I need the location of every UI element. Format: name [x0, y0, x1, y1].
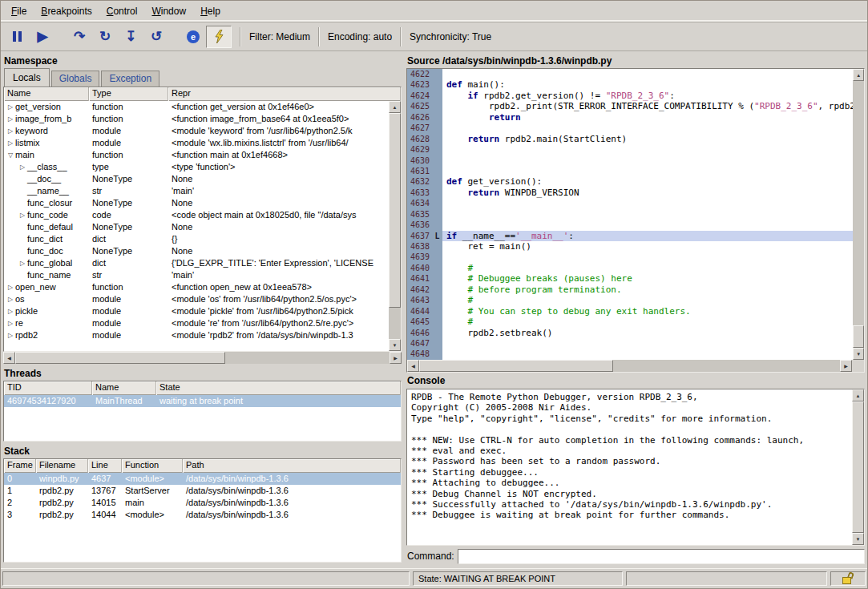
- line-number: 4634: [407, 198, 432, 208]
- namespace-row[interactable]: ▷listmixmodule<module 'wx.lib.mixins.lis…: [4, 137, 389, 149]
- expand-icon[interactable]: ▷: [6, 101, 15, 113]
- expand-icon[interactable]: ▷: [6, 293, 15, 305]
- step-over-button[interactable]: ↻: [92, 26, 118, 48]
- scrollbar-thumb[interactable]: [852, 401, 864, 533]
- scroll-down-button[interactable]: ▼: [853, 348, 864, 360]
- scroll-right-button[interactable]: ▶: [390, 352, 402, 364]
- synchronicity-button[interactable]: [206, 26, 232, 48]
- scrollbar-track[interactable]: [853, 81, 864, 348]
- column-header-name[interactable]: Name: [4, 87, 89, 101]
- namespace-row[interactable]: __doc__NoneTypeNone: [4, 173, 389, 185]
- column-header-function[interactable]: Function: [122, 459, 183, 473]
- scroll-left-button[interactable]: ◀: [3, 352, 15, 364]
- source-view[interactable]: 46224623def main():4624 if rpdb2.get_ver…: [406, 68, 865, 373]
- column-header-line[interactable]: Line: [88, 459, 122, 473]
- menu-control[interactable]: Control: [99, 1, 145, 22]
- namespace-horizontal-scrollbar[interactable]: ◀ ▶: [3, 352, 402, 364]
- namespace-row[interactable]: ▷keywordmodule<module 'keyword' from '/u…: [4, 125, 389, 137]
- namespace-row[interactable]: func_closurNoneTypeNone: [4, 197, 389, 209]
- expand-icon[interactable]: ▷: [18, 209, 27, 221]
- variable-repr: <type 'function'>: [168, 161, 389, 173]
- namespace-row[interactable]: ▷picklemodule<module 'pickle' from '/usr…: [4, 305, 389, 317]
- expand-icon[interactable]: ▷: [6, 305, 15, 317]
- break-button[interactable]: [4, 26, 30, 48]
- column-header-path[interactable]: Path: [183, 459, 401, 473]
- stack-row[interactable]: 2rpdb2.py14015main/data/sys/bin/winpdb-1…: [4, 497, 401, 509]
- scrollbar-track[interactable]: [852, 401, 864, 533]
- tab-exception[interactable]: Exception: [101, 71, 159, 87]
- stack-row[interactable]: 3rpdb2.py14044<module>/data/sys/bin/winp…: [4, 509, 401, 521]
- scroll-up-button[interactable]: ▲: [852, 389, 864, 401]
- column-header-tid[interactable]: TID: [4, 381, 92, 395]
- expand-icon[interactable]: ▷: [6, 281, 15, 293]
- tab-locals[interactable]: Locals: [4, 68, 50, 87]
- console-line: [411, 424, 847, 434]
- namespace-row[interactable]: func_docNoneTypeNone: [4, 245, 389, 257]
- scroll-right-button[interactable]: ▶: [840, 360, 852, 372]
- stack-row-function: StartServer: [122, 485, 183, 497]
- collapse-icon[interactable]: ▽: [6, 149, 15, 161]
- column-header-type[interactable]: Type: [89, 87, 168, 101]
- menu-window[interactable]: Window: [144, 1, 193, 22]
- column-header-filename[interactable]: Filename: [36, 459, 88, 473]
- command-input[interactable]: [458, 549, 865, 564]
- expand-icon[interactable]: ▷: [6, 125, 15, 137]
- namespace-row[interactable]: ▽mainfunction<function main at 0x1ef4668…: [4, 149, 389, 161]
- namespace-row[interactable]: __name__str'main': [4, 185, 389, 197]
- expand-icon[interactable]: ▷: [18, 257, 27, 269]
- namespace-row[interactable]: ▷remodule<module 're' from '/usr/lib64/p…: [4, 317, 389, 329]
- scrollbar-track[interactable]: [419, 360, 840, 372]
- namespace-row[interactable]: ▷open_newfunction<function open_new at 0…: [4, 281, 389, 293]
- tab-globals[interactable]: Globals: [51, 71, 100, 87]
- scrollbar-thumb[interactable]: [419, 360, 613, 372]
- namespace-row[interactable]: func_dictdict{}: [4, 233, 389, 245]
- source-horizontal-scrollbar[interactable]: ◀ ▶: [407, 360, 852, 372]
- namespace-row[interactable]: func_namestr'main': [4, 269, 389, 281]
- namespace-row[interactable]: ▷func_globaldict{'DLG_EXPR_TITLE': 'Ente…: [4, 257, 389, 269]
- column-header-frame[interactable]: Frame: [4, 459, 36, 473]
- scrollbar-thumb[interactable]: [15, 352, 225, 364]
- namespace-vertical-scrollbar[interactable]: ▲ ▼: [389, 101, 401, 351]
- console-vertical-scrollbar[interactable]: ▲ ▼: [852, 389, 864, 545]
- namespace-row[interactable]: ▷image_from_bfunction<function image_fro…: [4, 113, 389, 125]
- menu-breakpoints[interactable]: Breakpoints: [34, 1, 99, 22]
- thread-row[interactable]: 46974534127920MainThreadwaiting at break…: [4, 395, 401, 407]
- expand-icon[interactable]: ▷: [6, 329, 15, 341]
- namespace-row[interactable]: ▷func_codecode<code object main at 0x180…: [4, 209, 389, 221]
- scroll-down-button[interactable]: ▼: [389, 339, 401, 351]
- goto-button[interactable]: ↺: [143, 26, 169, 48]
- step-into-button[interactable]: ↷: [67, 26, 92, 48]
- stack-row-filename: rpdb2.py: [36, 485, 88, 497]
- namespace-row[interactable]: ▷rpdb2module<module 'rpdb2' from '/data/…: [4, 329, 389, 341]
- expand-icon[interactable]: ▷: [6, 137, 15, 149]
- source-vertical-scrollbar[interactable]: ▲ ▼: [853, 69, 864, 360]
- column-header-state[interactable]: State: [156, 381, 401, 395]
- scrollbar-thumb[interactable]: [389, 113, 401, 308]
- step-return-button[interactable]: ↧: [118, 26, 143, 48]
- source-line: 4630: [407, 155, 853, 166]
- expand-icon[interactable]: ▷: [18, 161, 27, 173]
- namespace-row[interactable]: func_defaulNoneTypeNone: [4, 221, 389, 233]
- scrollbar-thumb[interactable]: [853, 325, 864, 348]
- menu-file[interactable]: File: [4, 1, 34, 22]
- go-button[interactable]: ▶: [30, 26, 55, 48]
- column-header-repr[interactable]: Repr: [168, 87, 401, 101]
- column-header-name[interactable]: Name: [92, 381, 156, 395]
- scroll-left-button[interactable]: ◀: [407, 360, 419, 372]
- expand-icon[interactable]: ▷: [6, 317, 15, 329]
- scrollbar-track[interactable]: [15, 352, 390, 364]
- encoding-button[interactable]: e: [180, 26, 206, 48]
- namespace-row[interactable]: ▷__class__type<type 'function'>: [4, 161, 389, 173]
- stack-row[interactable]: 1rpdb2.py13767StartServer/data/sys/bin/w…: [4, 485, 401, 497]
- namespace-row[interactable]: ▷get_versionfunction<function get_versio…: [4, 101, 389, 113]
- scroll-up-button[interactable]: ▲: [853, 69, 864, 81]
- scroll-up-button[interactable]: ▲: [389, 101, 401, 113]
- namespace-row[interactable]: ▷osmodule<module 'os' from '/usr/lib64/p…: [4, 293, 389, 305]
- scroll-down-button[interactable]: ▼: [852, 533, 864, 545]
- variable-repr: <function image_from_base64 at 0x1eea5f0…: [168, 113, 389, 125]
- menu-help[interactable]: Help: [193, 1, 228, 22]
- scrollbar-track[interactable]: [389, 113, 401, 339]
- source-line: 4628 return rpdb2.main(StartClient): [407, 134, 853, 144]
- expand-icon[interactable]: ▷: [6, 113, 15, 125]
- stack-row[interactable]: 0winpdb.py4637<module>/data/sys/bin/winp…: [4, 473, 401, 485]
